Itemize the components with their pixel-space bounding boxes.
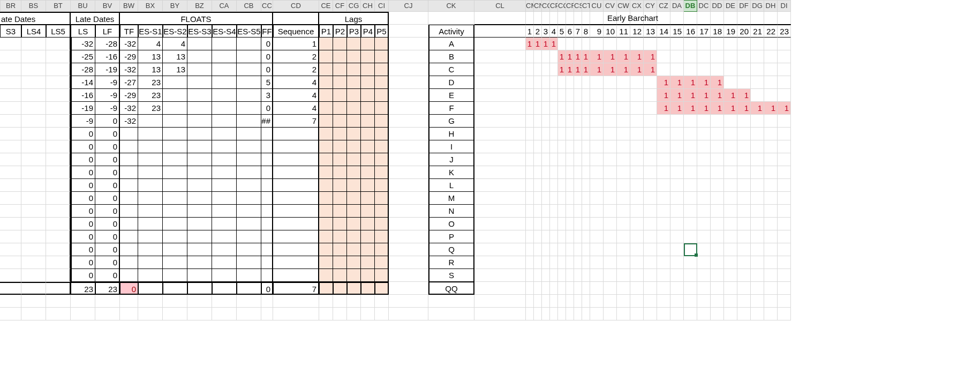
- cell-BX-7[interactable]: 23: [138, 102, 163, 115]
- cell-CS-23[interactable]: [574, 308, 582, 320]
- cell-BU-0[interactable]: [71, 12, 95, 25]
- col-header-BU[interactable]: BU: [71, 0, 95, 12]
- cell-BW-8[interactable]: -32: [120, 115, 138, 128]
- cell-CO-17[interactable]: [542, 230, 550, 243]
- cell-CK-17[interactable]: P: [428, 230, 474, 243]
- cell-CY-0[interactable]: [644, 12, 657, 25]
- cell-DE-18[interactable]: [724, 243, 737, 256]
- cell-CD-17[interactable]: [273, 230, 319, 243]
- cell-BX-8[interactable]: [138, 115, 163, 128]
- cell-BR-14[interactable]: [0, 192, 21, 205]
- cell-CF-15[interactable]: [333, 205, 347, 218]
- cell-BW-1[interactable]: TF: [120, 25, 138, 38]
- cell-CZ-18[interactable]: [657, 243, 670, 256]
- cell-CV-4[interactable]: 1: [604, 63, 617, 76]
- col-header-CJ[interactable]: CJ: [389, 0, 428, 12]
- cell-CH-14[interactable]: [361, 192, 375, 205]
- cell-CN-19[interactable]: [534, 256, 542, 269]
- cell-CA-10[interactable]: [212, 140, 237, 153]
- col-header-CW[interactable]: CW: [617, 0, 630, 12]
- cell-CM-7[interactable]: [526, 102, 534, 115]
- cell-CK-8[interactable]: G: [428, 115, 474, 128]
- col-header-DE[interactable]: DE: [724, 0, 737, 12]
- cell-BV-5[interactable]: -9: [95, 76, 120, 89]
- cell-CZ-11[interactable]: [657, 153, 670, 166]
- cell-DA-23[interactable]: [670, 308, 684, 320]
- cell-CU-4[interactable]: 1: [590, 63, 604, 76]
- cell-BX-9[interactable]: [138, 128, 163, 140]
- cell-CL-20[interactable]: [474, 269, 526, 282]
- cell-CN-18[interactable]: [534, 243, 542, 256]
- cell-CP-2[interactable]: 1: [550, 38, 558, 50]
- cell-BT-23[interactable]: [46, 308, 71, 320]
- cell-BW-16[interactable]: [120, 218, 138, 230]
- cell-BU-18[interactable]: 0: [71, 243, 95, 256]
- cell-CE-7[interactable]: [319, 102, 333, 115]
- cell-CO-2[interactable]: 1: [542, 38, 550, 50]
- cell-CK-4[interactable]: C: [428, 63, 474, 76]
- cell-BV-10[interactable]: 0: [95, 140, 120, 153]
- cell-BR-0[interactable]: [0, 12, 21, 25]
- cell-CZ-19[interactable]: [657, 256, 670, 269]
- cell-CW-10[interactable]: [617, 140, 630, 153]
- cell-CT-15[interactable]: [582, 205, 590, 218]
- cell-CH-7[interactable]: [361, 102, 375, 115]
- cell-DH-21[interactable]: [764, 282, 778, 295]
- cell-BY-3[interactable]: 13: [163, 50, 187, 63]
- cell-CH-23[interactable]: [361, 308, 375, 320]
- cell-CG-3[interactable]: [347, 50, 361, 63]
- cell-CR-0[interactable]: [566, 12, 574, 25]
- cell-BS-16[interactable]: [21, 218, 46, 230]
- cell-BY-1[interactable]: ES-S2: [163, 25, 187, 38]
- cell-CA-8[interactable]: [212, 115, 237, 128]
- cell-DE-19[interactable]: [724, 256, 737, 269]
- cell-DI-19[interactable]: [778, 256, 791, 269]
- cell-BV-22[interactable]: [95, 295, 120, 308]
- cell-CV-20[interactable]: [604, 269, 617, 282]
- cell-CT-21[interactable]: [582, 282, 590, 295]
- cell-CC-3[interactable]: 0: [261, 50, 273, 63]
- cell-DG-6[interactable]: [751, 89, 764, 102]
- cell-BY-19[interactable]: [163, 256, 187, 269]
- cell-CU-17[interactable]: [590, 230, 604, 243]
- cell-CW-22[interactable]: [617, 295, 630, 308]
- cell-CK-13[interactable]: L: [428, 179, 474, 192]
- cell-CE-16[interactable]: [319, 218, 333, 230]
- cell-CS-4[interactable]: 1: [574, 63, 582, 76]
- cell-BV-6[interactable]: -9: [95, 89, 120, 102]
- cell-BV-19[interactable]: 0: [95, 256, 120, 269]
- cell-BX-15[interactable]: [138, 205, 163, 218]
- cell-CX-9[interactable]: [630, 128, 644, 140]
- cell-CW-8[interactable]: [617, 115, 630, 128]
- cell-DA-4[interactable]: [670, 63, 684, 76]
- cell-DC-15[interactable]: [697, 205, 711, 218]
- cell-CE-13[interactable]: [319, 179, 333, 192]
- cell-DF-23[interactable]: [737, 308, 751, 320]
- cell-CK-7[interactable]: F: [428, 102, 474, 115]
- cell-DC-2[interactable]: [697, 38, 711, 50]
- cell-CZ-21[interactable]: [657, 282, 670, 295]
- cell-CG-1[interactable]: P3: [347, 25, 361, 38]
- cell-DA-0[interactable]: [670, 12, 684, 25]
- cell-CX-18[interactable]: [630, 243, 644, 256]
- cell-DG-16[interactable]: [751, 218, 764, 230]
- cell-DD-14[interactable]: [711, 192, 724, 205]
- cell-CV-11[interactable]: [604, 153, 617, 166]
- cell-CU-6[interactable]: [590, 89, 604, 102]
- cell-BT-11[interactable]: [46, 153, 71, 166]
- cell-CL-19[interactable]: [474, 256, 526, 269]
- cell-BS-11[interactable]: [21, 153, 46, 166]
- cell-CF-23[interactable]: [333, 308, 347, 320]
- cell-CL-22[interactable]: [474, 295, 526, 308]
- cell-DB-2[interactable]: [684, 38, 697, 50]
- cell-CX-3[interactable]: 1: [630, 50, 644, 63]
- cell-CO-13[interactable]: [542, 179, 550, 192]
- cell-DG-17[interactable]: [751, 230, 764, 243]
- cell-CS-13[interactable]: [574, 179, 582, 192]
- cell-CX-22[interactable]: [630, 295, 644, 308]
- cell-DH-18[interactable]: [764, 243, 778, 256]
- cell-CF-4[interactable]: [333, 63, 347, 76]
- cell-CY-19[interactable]: [644, 256, 657, 269]
- cell-CC-12[interactable]: [261, 166, 273, 179]
- cell-CU-23[interactable]: [590, 308, 604, 320]
